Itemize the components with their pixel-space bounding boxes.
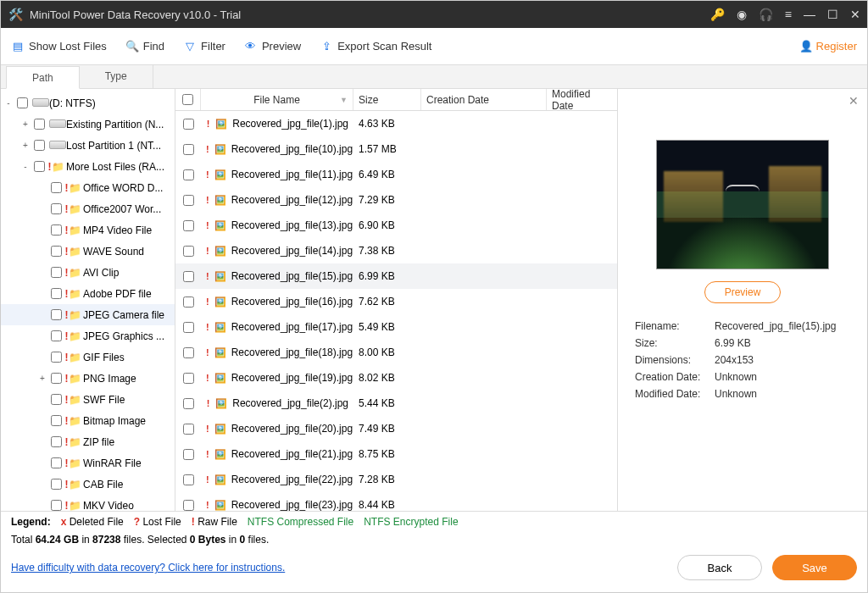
- tree-toggle-icon[interactable]: +: [21, 141, 30, 150]
- find-button[interactable]: 🔍 Find: [125, 40, 164, 53]
- tab-path[interactable]: Path: [6, 66, 80, 89]
- register-button[interactable]: 👤 Register: [799, 40, 857, 53]
- tree-node[interactable]: !📁SWF File: [1, 389, 175, 410]
- minimize-icon[interactable]: —: [804, 8, 815, 21]
- tree-checkbox[interactable]: [34, 140, 45, 151]
- tree-checkbox[interactable]: [51, 500, 62, 511]
- file-checkbox[interactable]: [183, 144, 194, 155]
- file-row[interactable]: !🖼️Recovered_jpg_file(15).jpg6.99 KB: [175, 263, 617, 289]
- file-row[interactable]: !🖼️Recovered_jpg_file(10).jpg1.57 MB: [175, 136, 617, 162]
- file-checkbox[interactable]: [183, 271, 194, 282]
- headphones-icon[interactable]: 🎧: [759, 8, 773, 21]
- tree-checkbox[interactable]: [51, 436, 62, 447]
- tab-type[interactable]: Type: [80, 65, 153, 88]
- disc-icon[interactable]: ◉: [737, 8, 747, 21]
- file-row[interactable]: !🖼️Recovered_jpg_file(18).jpg8.00 KB: [175, 340, 617, 365]
- file-checkbox[interactable]: [183, 169, 194, 180]
- tree-checkbox[interactable]: [51, 479, 62, 490]
- file-checkbox[interactable]: [183, 373, 194, 384]
- tree-node[interactable]: +!📁PNG Image: [1, 368, 175, 389]
- file-row[interactable]: !🖼️Recovered_jpg_file(13).jpg6.90 KB: [175, 213, 617, 238]
- file-checkbox[interactable]: [183, 195, 194, 206]
- file-row[interactable]: !🖼️Recovered_jpg_file(1).jpg4.63 KB: [175, 111, 617, 136]
- tree-checkbox[interactable]: [51, 415, 62, 426]
- tree-node[interactable]: !📁MKV Video: [1, 495, 175, 511]
- help-link[interactable]: Have difficulty with data recovery? Clic…: [11, 562, 285, 574]
- tree-checkbox[interactable]: [51, 309, 62, 320]
- preview-button[interactable]: Preview: [704, 281, 781, 303]
- tree-checkbox[interactable]: [51, 246, 62, 257]
- file-checkbox[interactable]: [183, 474, 194, 485]
- tree-node[interactable]: +Lost Partition 1 (NT...: [1, 135, 175, 156]
- filter-button[interactable]: ▽ Filter: [183, 40, 225, 53]
- file-row[interactable]: !🖼️Recovered_jpg_file(11).jpg6.49 KB: [175, 162, 617, 187]
- file-checkbox[interactable]: [183, 500, 194, 511]
- tree-node[interactable]: -(D: NTFS): [1, 92, 175, 114]
- tree-checkbox[interactable]: [51, 373, 62, 384]
- file-row[interactable]: !🖼️Recovered_jpg_file(20).jpg7.49 KB: [175, 416, 617, 441]
- file-row[interactable]: !🖼️Recovered_jpg_file(14).jpg7.38 KB: [175, 238, 617, 263]
- folder-tree[interactable]: -(D: NTFS)+Existing Partition (N...+Lost…: [1, 89, 175, 511]
- save-button[interactable]: Save: [772, 555, 857, 580]
- tree-node[interactable]: !📁Office WORD D...: [1, 177, 175, 198]
- file-row[interactable]: !🖼️Recovered_jpg_file(19).jpg8.02 KB: [175, 365, 617, 391]
- tree-toggle-icon[interactable]: -: [21, 162, 30, 171]
- tree-node[interactable]: !📁AVI Clip: [1, 262, 175, 283]
- back-button[interactable]: Back: [677, 555, 762, 580]
- file-row[interactable]: !🖼️Recovered_jpg_file(23).jpg8.44 KB: [175, 492, 617, 511]
- col-modified-date[interactable]: Modified Date: [547, 89, 616, 110]
- file-row[interactable]: !🖼️Recovered_jpg_file(2).jpg5.44 KB: [175, 391, 617, 416]
- file-row[interactable]: !🖼️Recovered_jpg_file(21).jpg8.75 KB: [175, 441, 617, 467]
- tree-node[interactable]: !📁GIF Files: [1, 346, 175, 368]
- tree-node[interactable]: !📁JPEG Camera file: [1, 304, 175, 325]
- tree-node[interactable]: -!📁More Lost Files (RA...: [1, 156, 175, 177]
- tree-checkbox[interactable]: [51, 267, 62, 278]
- tree-checkbox[interactable]: [51, 457, 62, 468]
- file-list-body[interactable]: !🖼️Recovered_jpg_file(1).jpg4.63 KB!🖼️Re…: [175, 111, 617, 511]
- select-all-checkbox[interactable]: [182, 94, 193, 105]
- tree-node[interactable]: !📁WinRAR File: [1, 452, 175, 474]
- tree-checkbox[interactable]: [51, 394, 62, 405]
- tree-node[interactable]: !📁JPEG Graphics ...: [1, 325, 175, 346]
- file-checkbox[interactable]: [183, 322, 194, 333]
- close-preview-icon[interactable]: ✕: [849, 94, 859, 108]
- file-checkbox[interactable]: [183, 296, 194, 308]
- tree-node[interactable]: !📁Adobe PDF file: [1, 283, 175, 304]
- file-row[interactable]: !🖼️Recovered_jpg_file(17).jpg5.49 KB: [175, 314, 617, 340]
- tree-checkbox[interactable]: [51, 352, 62, 363]
- preview-toggle-button[interactable]: 👁 Preview: [244, 40, 301, 53]
- file-row[interactable]: !🖼️Recovered_jpg_file(22).jpg7.28 KB: [175, 467, 617, 492]
- file-checkbox[interactable]: [183, 347, 194, 358]
- file-checkbox[interactable]: [183, 424, 194, 435]
- file-checkbox[interactable]: [183, 449, 194, 460]
- menu-icon[interactable]: ≡: [785, 8, 792, 21]
- file-checkbox[interactable]: [183, 119, 194, 130]
- tree-toggle-icon[interactable]: -: [4, 98, 13, 108]
- close-icon[interactable]: ✕: [850, 8, 860, 21]
- file-row[interactable]: !🖼️Recovered_jpg_file(16).jpg7.62 KB: [175, 289, 617, 314]
- tree-node[interactable]: !📁Bitmap Image: [1, 410, 175, 431]
- col-creation-date[interactable]: Creation Date: [421, 89, 547, 110]
- tree-checkbox[interactable]: [17, 97, 28, 108]
- tree-checkbox[interactable]: [51, 224, 62, 236]
- tree-node[interactable]: !📁Office2007 Wor...: [1, 198, 175, 219]
- tree-node[interactable]: !📁ZIP file: [1, 431, 175, 452]
- tree-checkbox[interactable]: [51, 330, 62, 341]
- tree-node[interactable]: !📁MP4 Video File: [1, 219, 175, 241]
- tree-node[interactable]: !📁CAB File: [1, 474, 175, 495]
- file-checkbox[interactable]: [183, 220, 194, 231]
- tree-checkbox[interactable]: [34, 161, 45, 172]
- maximize-icon[interactable]: ☐: [827, 8, 838, 21]
- tree-toggle-icon[interactable]: +: [38, 374, 47, 383]
- file-checkbox[interactable]: [183, 398, 194, 409]
- tree-toggle-icon[interactable]: +: [21, 119, 30, 129]
- col-size[interactable]: Size: [353, 89, 421, 110]
- tree-node[interactable]: +Existing Partition (N...: [1, 114, 175, 135]
- tree-checkbox[interactable]: [51, 203, 62, 214]
- show-lost-files-button[interactable]: ▤ Show Lost Files: [11, 40, 107, 53]
- tree-checkbox[interactable]: [51, 288, 62, 299]
- file-row[interactable]: !🖼️Recovered_jpg_file(12).jpg7.29 KB: [175, 187, 617, 213]
- key-icon[interactable]: 🔑: [710, 8, 725, 21]
- col-filename[interactable]: File Name ▼: [201, 89, 353, 110]
- export-scan-button[interactable]: ⇪ Export Scan Result: [320, 40, 431, 53]
